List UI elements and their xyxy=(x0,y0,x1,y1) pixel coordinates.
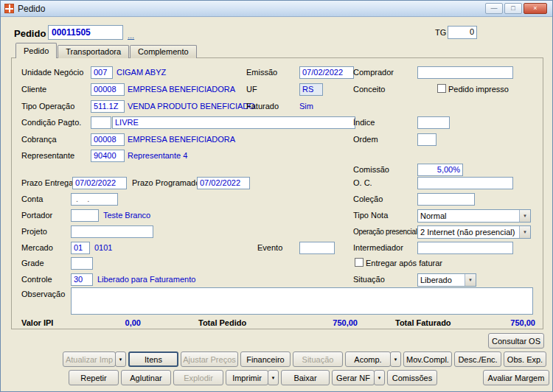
ajustar-precos-button[interactable]: Ajustar Preços xyxy=(181,351,238,367)
operacao-presencial-label: Operação presencial xyxy=(353,228,417,236)
emissao-input[interactable]: 07/02/2022 xyxy=(299,66,354,79)
representante-input[interactable]: 90400 xyxy=(91,150,125,162)
situacao-select[interactable]: Liberado ▼ xyxy=(417,273,476,287)
portador-input[interactable] xyxy=(71,209,99,222)
observacao-label: Observação xyxy=(21,290,65,298)
desc-enc-button[interactable]: Desc./Enc. xyxy=(454,351,501,367)
window-title: Pedido xyxy=(18,4,45,14)
minimize-button[interactable]: — xyxy=(485,3,503,14)
tipo-nota-label: Tipo Nota xyxy=(353,211,388,220)
uf-input[interactable]: RS xyxy=(299,83,323,96)
ordem-label: Ordem xyxy=(353,135,378,144)
financeiro-button[interactable]: Financeiro xyxy=(240,351,291,367)
pedido-impresso-label: Pedido impresso xyxy=(448,85,509,94)
evento-input[interactable] xyxy=(299,242,335,254)
unidade-negocio-input[interactable]: 007 xyxy=(91,66,113,79)
acomp-split: Acomp. ▼ xyxy=(345,351,401,367)
situacao-button[interactable]: Situação xyxy=(293,351,343,367)
tipo-nota-select[interactable]: Normal ▼ xyxy=(417,209,531,223)
close-button[interactable]: × xyxy=(524,3,547,14)
comissao-input[interactable]: 5,00% xyxy=(417,164,463,176)
pedido-window: Pedido — □ × Pedido 00011505 ... TG 0 Pe… xyxy=(0,0,553,392)
condicao-pagto-desc-input[interactable]: LIVRE xyxy=(112,116,355,129)
emissao-label: Emissão xyxy=(246,68,277,77)
conta-input[interactable]: . . xyxy=(71,193,118,206)
chevron-down-icon[interactable]: ▼ xyxy=(519,210,530,222)
grade-input[interactable] xyxy=(71,257,93,270)
tab-complemento[interactable]: Complemento xyxy=(130,45,196,58)
explodir-button[interactable]: Explodir xyxy=(173,370,223,385)
intermediador-input[interactable] xyxy=(417,242,513,254)
prazo-programado-label: Prazo Programado xyxy=(132,178,200,187)
pedido-header-label: Pedido xyxy=(14,28,46,39)
total-pedido-value: 750,00 xyxy=(310,318,358,327)
valor-ipi-label: Valor IPI xyxy=(21,318,53,327)
maximize-button[interactable]: □ xyxy=(504,3,522,14)
avaliar-margem-button[interactable]: Avaliar Margem xyxy=(483,370,549,385)
operacao-presencial-value: 2 Internet (não presencial) xyxy=(420,226,519,238)
oc-input[interactable] xyxy=(417,177,513,189)
operacao-presencial-select[interactable]: 2 Internet (não presencial) ▼ xyxy=(417,225,531,239)
maximize-icon: □ xyxy=(511,4,515,12)
intermediador-label: Intermediador xyxy=(353,243,403,252)
imprimir-button[interactable]: Imprimir xyxy=(226,370,268,385)
condicao-pagto-code-input[interactable] xyxy=(91,116,111,129)
cobranca-input[interactable]: 00008 xyxy=(91,133,125,146)
indice-label: Índice xyxy=(353,118,375,127)
button-row-1: Atualizar Imp ▼ Itens Ajustar Preços Fin… xyxy=(63,351,546,367)
entregar-apos-faturar-checkbox[interactable] xyxy=(355,258,364,267)
tipo-operacao-input[interactable]: 511.1Z xyxy=(91,100,125,113)
tipo-operacao-label: Tipo Operação xyxy=(21,102,74,111)
conta-label: Conta xyxy=(21,195,43,203)
itens-button[interactable]: Itens xyxy=(128,351,178,367)
controle-input[interactable]: 30 xyxy=(71,273,93,286)
cliente-desc: EMPRESA BENEFICIADORA xyxy=(128,85,235,94)
chevron-down-icon[interactable]: ▼ xyxy=(519,226,530,238)
tab-pedido[interactable]: Pedido xyxy=(15,43,57,58)
baixar-button[interactable]: Baixar xyxy=(281,370,330,385)
comprador-input[interactable] xyxy=(417,66,513,79)
prazo-entrega-input[interactable]: 07/02/2022 xyxy=(72,177,127,189)
evento-label: Evento xyxy=(257,243,282,252)
observacao-textarea[interactable] xyxy=(71,287,533,315)
representante-desc: Representante 4 xyxy=(128,151,187,160)
gerar-nf-split: Gerar NF ▼ xyxy=(332,370,385,385)
mercado-input[interactable]: 01 xyxy=(71,242,90,254)
pedido-lookup-button[interactable]: ... xyxy=(128,31,134,40)
aglutinar-button[interactable]: Aglutinar xyxy=(121,370,171,385)
total-pedido-label: Total Pedido xyxy=(198,318,246,327)
colecao-input[interactable] xyxy=(417,193,475,206)
pedido-impresso-checkbox[interactable] xyxy=(437,84,446,93)
atualizar-imp-dropdown-button[interactable]: ▼ xyxy=(115,351,126,367)
cobranca-label: Cobrança xyxy=(21,135,57,144)
button-row-2: Repetir Aglutinar Explodir Imprimir ▼ Ba… xyxy=(69,370,549,385)
prazo-programado-input[interactable]: 07/02/2022 xyxy=(197,177,250,189)
chevron-down-icon[interactable]: ▼ xyxy=(465,274,476,286)
tab-transportadora[interactable]: Transportadora xyxy=(58,45,129,58)
projeto-input[interactable] xyxy=(71,225,153,238)
cliente-input[interactable]: 00008 xyxy=(91,83,125,96)
ordem-input[interactable] xyxy=(417,133,437,146)
repetir-button[interactable]: Repetir xyxy=(69,370,119,385)
comissoes-button[interactable]: Comissões xyxy=(387,370,437,385)
uf-label: UF xyxy=(246,85,257,94)
portador-desc: Teste Branco xyxy=(103,211,150,220)
mercado-label: Mercado xyxy=(21,243,53,252)
mov-compl-button[interactable]: Mov.Compl. xyxy=(403,351,452,367)
consultar-os-button[interactable]: Consultar OS xyxy=(488,333,544,349)
obs-exp-button[interactable]: Obs. Exp. xyxy=(504,351,546,367)
gerar-nf-button[interactable]: Gerar NF xyxy=(332,370,375,385)
gerar-nf-dropdown-button[interactable]: ▼ xyxy=(374,370,385,385)
unidade-negocio-label: Unidade Negócio xyxy=(21,68,83,77)
representante-label: Representante xyxy=(21,151,74,160)
cliente-label: Cliente xyxy=(21,85,46,94)
window-controls: — □ × xyxy=(485,3,549,14)
acomp-button[interactable]: Acomp. xyxy=(345,351,391,367)
mercado-desc: 0101 xyxy=(94,243,112,252)
acomp-dropdown-button[interactable]: ▼ xyxy=(390,351,401,367)
indice-input[interactable] xyxy=(417,116,450,129)
pedido-number-input[interactable]: 00011505 xyxy=(48,25,123,40)
tg-input[interactable]: 0 xyxy=(448,26,477,39)
imprimir-dropdown-button[interactable]: ▼ xyxy=(268,370,279,385)
atualizar-imp-button[interactable]: Atualizar Imp xyxy=(63,351,116,367)
